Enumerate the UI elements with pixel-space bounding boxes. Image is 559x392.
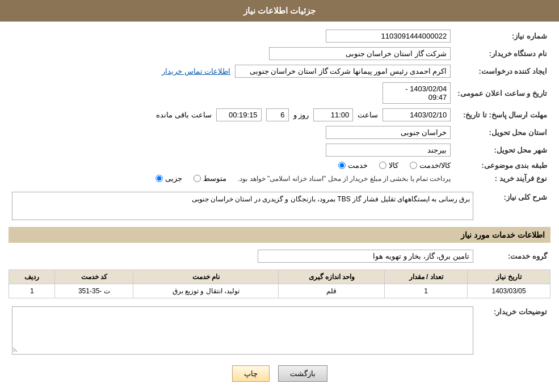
services-table-header: تاریخ نیاز تعداد / مقدار واحد اندازه گیر…: [9, 270, 550, 284]
service-group-box: تامین برق، گاز، بخار و تهویه هوا: [258, 250, 473, 263]
col-service-name: نام خدمت: [133, 270, 279, 284]
page-header: جزئیات اطلاعات نیاز: [0, 0, 559, 22]
print-button[interactable]: چاپ: [232, 365, 270, 382]
radio-service-label: خدمت: [348, 161, 368, 170]
deadline-remaining-label: ساعت باقی مانده: [156, 111, 211, 119]
cell-row-num: 1: [9, 284, 55, 298]
city-label: شهر محل تحویل:: [454, 141, 550, 159]
announce-date-label: تاریخ و ساعت اعلان عمومی:: [454, 80, 550, 106]
cell-quantity: 1: [385, 284, 468, 298]
category-radio-group: کالا/خدمت کالا خدمت: [12, 161, 451, 170]
deadline-label: مهلت ارسال پاسخ: تا تاریخ:: [454, 106, 550, 124]
buyer-org-row: نام دستگاه خریدار: شرکت گاز استان خراسان…: [9, 45, 550, 62]
purchase-type-row: نوع فرآیند خرید : پرداخت تمام یا بخشی از…: [9, 172, 550, 185]
radio-goods-label: کالا: [389, 161, 398, 170]
buyer-org-box: شرکت گاز استان خراسان جنوبی: [269, 47, 451, 60]
cell-service-code: ت -35-351: [55, 284, 133, 298]
radio-service-input[interactable]: [338, 162, 346, 169]
province-box: خراسان جنوبی: [326, 126, 451, 139]
buyer-desc-label: توضیحات خریدار:: [477, 304, 550, 357]
requester-value: اکرم احمدی رئیس امور پیمانها شرکت گاز اس…: [9, 62, 454, 80]
service-group-table: گروه خدمت: تامین برق، گاز، بخار و تهویه …: [9, 247, 550, 265]
info-table: شماره نیاز: 1103091444000022 نام دستگاه …: [9, 27, 550, 185]
purchase-type-radio-group: پرداخت تمام یا بخشی از مبلغ خریدار از مح…: [12, 174, 451, 183]
buyer-desc-box: [12, 306, 473, 355]
need-description-box: برق رسانی به ایستگاههای تقلیل فشار گاز T…: [12, 192, 473, 220]
need-number-label: شماره نیاز:: [454, 27, 550, 45]
deadline-days-label: روز و: [293, 111, 309, 119]
requester-row: ایجاد کننده درخواست: اکرم احمدی رئیس امو…: [9, 62, 550, 80]
service-group-label: گروه خدمت:: [477, 247, 550, 265]
radio-medium: متوسط: [194, 174, 226, 183]
service-group-row: گروه خدمت: تامین برق، گاز، بخار و تهویه …: [9, 247, 550, 265]
need-number-box: 1103091444000022: [326, 29, 451, 43]
city-box: بیرجند: [326, 144, 451, 157]
main-content: شماره نیاز: 1103091444000022 نام دستگاه …: [0, 22, 559, 392]
need-description-row: شرح کلی نیاز: برق رسانی به ایستگاههای تق…: [9, 189, 550, 222]
services-table-body: 1403/03/05 1 قلم تولید، انتقال و توزیع ب…: [9, 284, 550, 298]
col-quantity: تعداد / مقدار: [385, 270, 468, 284]
services-section-title: اطلاعات خدمات مورد نیاز: [9, 227, 550, 243]
cell-need-date: 1403/03/05: [468, 284, 550, 298]
category-row: طبقه بندی موضوعی: کالا/خدمت کالا خدمت: [9, 159, 550, 172]
purchase-note: پرداخت تمام یا بخشی از مبلغ خریدار از مح…: [238, 175, 451, 183]
page-title: جزئیات اطلاعات نیاز: [243, 6, 316, 15]
requester-label: ایجاد کننده درخواست:: [454, 62, 550, 80]
radio-goods-service-label: کالا/خدمت: [419, 161, 451, 170]
cell-unit: قلم: [279, 284, 385, 298]
col-need-date: تاریخ نیاز: [468, 270, 550, 284]
need-number-row: شماره نیاز: 1103091444000022: [9, 27, 550, 45]
deadline-days-box: 6: [266, 108, 289, 121]
buyer-org-value: شرکت گاز استان خراسان جنوبی: [9, 45, 454, 62]
need-number-value: 1103091444000022: [225, 27, 454, 45]
buyer-desc-input[interactable]: [12, 307, 473, 352]
deadline-time-label: ساعت: [358, 111, 378, 119]
need-description-label: شرح کلی نیاز:: [477, 189, 550, 222]
radio-partial-input[interactable]: [155, 175, 163, 182]
deadline-remaining-box: 00:19:15: [216, 108, 262, 121]
radio-goods: کالا: [379, 161, 398, 170]
button-row: بازگشت چاپ: [9, 365, 550, 382]
requester-box: اکرم احمدی رئیس امور پیمانها شرکت گاز اس…: [235, 65, 451, 78]
services-table: تاریخ نیاز تعداد / مقدار واحد اندازه گیر…: [9, 269, 550, 298]
radio-goods-input[interactable]: [379, 162, 386, 169]
services-header-row: تاریخ نیاز تعداد / مقدار واحد اندازه گیر…: [9, 270, 550, 284]
cell-service-name: تولید، انتقال و توزیع برق: [133, 284, 279, 298]
buyer-desc-row: توضیحات خریدار:: [9, 304, 550, 357]
deadline-time-box: 11:00: [313, 108, 353, 121]
page-container: جزئیات اطلاعات نیاز شماره نیاز: 11030914…: [0, 0, 559, 392]
radio-partial-label: جزیی: [165, 174, 182, 183]
radio-goods-service-input[interactable]: [410, 162, 417, 169]
back-button[interactable]: بازگشت: [278, 365, 327, 382]
table-row: 1403/03/05 1 قلم تولید، انتقال و توزیع ب…: [9, 284, 550, 298]
requester-link[interactable]: اطلاعات تماس خریدار: [162, 67, 230, 75]
col-row-num: ردیف: [9, 270, 55, 284]
category-label: طبقه بندی موضوعی:: [454, 159, 550, 172]
need-description-table: شرح کلی نیاز: برق رسانی به ایستگاههای تق…: [9, 189, 550, 222]
province-label: استان محل تحویل:: [454, 124, 550, 141]
radio-medium-label: متوسط: [203, 174, 226, 183]
deadline-row: مهلت ارسال پاسخ: تا تاریخ: 1403/02/10 سا…: [9, 106, 550, 124]
announce-date-box: 1403/02/04 - 09:47: [383, 82, 451, 104]
province-row: استان محل تحویل: خراسان جنوبی: [9, 124, 550, 141]
radio-medium-input[interactable]: [194, 175, 201, 182]
radio-goods-service: کالا/خدمت: [410, 161, 451, 170]
deadline-date-box: 1403/02/10: [383, 108, 451, 121]
buyer-org-label: نام دستگاه خریدار:: [454, 45, 550, 62]
radio-partial: جزیی: [155, 174, 182, 183]
buyer-desc-table: توضیحات خریدار:: [9, 304, 550, 357]
radio-service: خدمت: [338, 161, 368, 170]
city-row: شهر محل تحویل: بیرجند: [9, 141, 550, 159]
announce-date-row: تاریخ و ساعت اعلان عمومی: 1403/02/04 - 0…: [9, 80, 550, 106]
col-service-code: کد خدمت: [55, 270, 133, 284]
col-unit: واحد اندازه گیری: [279, 270, 385, 284]
need-description-value: برق رسانی به ایستگاههای تقلیل فشار گاز T…: [12, 192, 473, 206]
purchase-type-label: نوع فرآیند خرید :: [454, 172, 550, 185]
